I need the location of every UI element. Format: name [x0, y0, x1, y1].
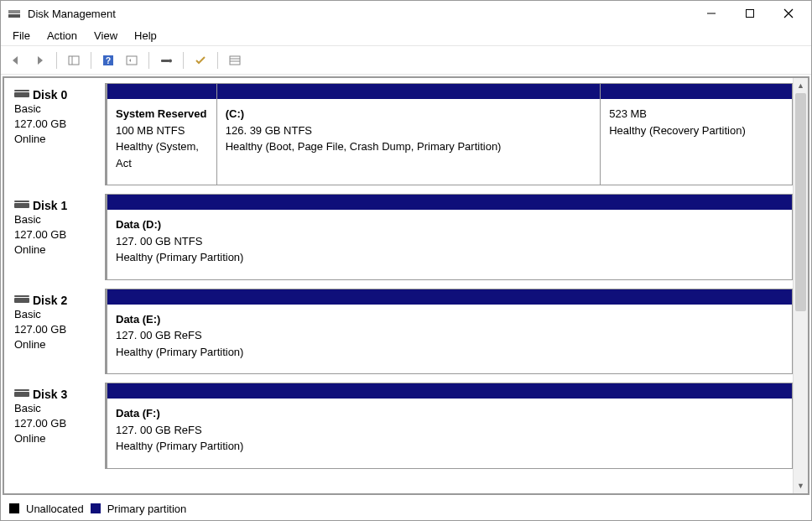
- volume-status: Healthy (Primary Partition): [116, 438, 783, 455]
- toolbar-separator: [91, 52, 91, 69]
- volume-header-bar: [107, 289, 792, 305]
- disk-name: Disk 3: [33, 388, 67, 401]
- volume-size: 127. 00 GB ReFS: [116, 327, 783, 344]
- disk-icon: [14, 203, 29, 208]
- disk-info-panel[interactable]: Disk 3Basic127.00 GBOnline: [8, 383, 107, 469]
- legend-swatch-primary: [91, 503, 101, 513]
- volume-status: Healthy (Primary Partition): [116, 249, 783, 266]
- toolbar: ?: [1, 46, 811, 75]
- legend-swatch-unallocated: [9, 503, 19, 513]
- disk-row: Disk 0Basic127.00 GBOnlineSystem Reserve…: [8, 83, 793, 185]
- back-button[interactable]: [6, 50, 26, 70]
- volumes-container: System Reserved100 MB NTFSHealthy (Syste…: [107, 83, 793, 185]
- volume-body: System Reserved100 MB NTFSHealthy (Syste…: [107, 99, 216, 185]
- list-button[interactable]: [225, 50, 245, 70]
- volumes-container: Data (F:)127. 00 GB ReFSHealthy (Primary…: [107, 383, 793, 469]
- volume-size: 127. 00 GB NTFS: [116, 233, 783, 250]
- volume-name: System Reserved: [116, 106, 208, 122]
- volume-body: Data (E:)127. 00 GB ReFSHealthy (Primary…: [107, 305, 792, 374]
- forward-button[interactable]: [29, 50, 49, 70]
- svg-point-12: [169, 59, 172, 62]
- disk-status: Online: [14, 242, 98, 258]
- disk-info-panel[interactable]: Disk 1Basic127.00 GBOnline: [8, 194, 107, 280]
- volume-size: 127. 00 GB ReFS: [116, 422, 783, 439]
- svg-rect-0: [8, 10, 20, 13]
- volume-body: 523 MBHealthy (Recovery Partition): [601, 99, 792, 152]
- disk-info-panel[interactable]: Disk 2Basic127.00 GBOnline: [8, 289, 107, 375]
- svg-rect-6: [69, 56, 79, 65]
- disk-graphical-view: Disk 0Basic127.00 GBOnlineSystem Reserve…: [4, 78, 793, 493]
- volume-status: Healthy (System, Act: [116, 138, 208, 171]
- menu-file[interactable]: File: [4, 28, 39, 44]
- disk-status: Online: [14, 132, 98, 147]
- disk-management-window: Disk Management File Action View Help ? …: [0, 0, 812, 521]
- minimize-button[interactable]: [692, 1, 731, 26]
- volume-name: Data (D:): [116, 216, 783, 233]
- volume-size: 523 MB: [609, 106, 783, 122]
- app-icon: [8, 7, 21, 20]
- menu-action[interactable]: Action: [39, 28, 86, 44]
- volume-status: Healthy (Boot, Page File, Crash Dump, Pr…: [226, 138, 592, 155]
- volume-header-bar: [107, 383, 792, 399]
- volume-name: Data (E:): [116, 311, 783, 328]
- scroll-down-icon[interactable]: ▼: [794, 478, 808, 493]
- refresh-button[interactable]: [122, 50, 142, 70]
- svg-text:?: ?: [106, 56, 111, 65]
- disk-type: Basic: [14, 401, 98, 416]
- window-title: Disk Management: [28, 8, 692, 20]
- volume-header-bar: [601, 84, 792, 99]
- legend: Unallocated Primary partition: [1, 497, 811, 520]
- toolbar-separator: [148, 52, 149, 69]
- vertical-scrollbar[interactable]: ▲ ▼: [793, 78, 808, 493]
- disk-type: Basic: [14, 307, 98, 322]
- volume[interactable]: Data (D:)127. 00 GB NTFSHealthy (Primary…: [107, 195, 792, 279]
- disk-row: Disk 3Basic127.00 GBOnlineData (F:)127. …: [8, 383, 793, 469]
- legend-label-unallocated: Unallocated: [26, 503, 84, 515]
- volume[interactable]: 523 MBHealthy (Recovery Partition): [600, 84, 792, 185]
- menu-view[interactable]: View: [86, 28, 126, 44]
- disk-size: 127.00 GB: [14, 322, 98, 337]
- scrollbar-thumb[interactable]: [795, 93, 806, 311]
- disk-status: Online: [14, 337, 98, 352]
- show-hide-button[interactable]: [64, 50, 84, 70]
- disk-row: Disk 1Basic127.00 GBOnlineData (D:)127. …: [8, 194, 793, 280]
- volume[interactable]: Data (E:)127. 00 GB ReFSHealthy (Primary…: [107, 289, 792, 374]
- svg-rect-13: [230, 56, 240, 65]
- disk-size: 127.00 GB: [14, 416, 98, 431]
- svg-rect-10: [127, 56, 137, 65]
- toolbar-separator: [183, 52, 184, 69]
- content-area: Disk 0Basic127.00 GBOnlineSystem Reserve…: [3, 76, 809, 495]
- volumes-container: Data (D:)127. 00 GB NTFSHealthy (Primary…: [107, 194, 793, 280]
- volume-body: Data (F:)127. 00 GB ReFSHealthy (Primary…: [107, 399, 792, 468]
- svg-rect-3: [747, 10, 754, 18]
- volume-body: (C:)126. 39 GB NTFSHealthy (Boot, Page F…: [217, 99, 601, 169]
- help-button[interactable]: ?: [98, 50, 118, 70]
- volume-name: (C:): [226, 106, 592, 122]
- disk-name: Disk 1: [33, 199, 67, 212]
- menu-help[interactable]: Help: [126, 28, 165, 44]
- disk-row: Disk 2Basic127.00 GBOnlineData (E:)127. …: [8, 289, 793, 375]
- legend-label-primary: Primary partition: [107, 503, 187, 515]
- volume-body: Data (D:)127. 00 GB NTFSHealthy (Primary…: [107, 210, 792, 279]
- volume[interactable]: System Reserved100 MB NTFSHealthy (Syste…: [107, 84, 216, 185]
- checkmark-button[interactable]: [190, 50, 211, 70]
- disk-icon: [14, 92, 29, 97]
- volume-size: 126. 39 GB NTFS: [226, 122, 592, 139]
- disk-name: Disk 2: [33, 294, 67, 307]
- volume-size: 100 MB NTFS: [116, 122, 208, 139]
- volume-name: Data (F:): [116, 405, 783, 422]
- close-button[interactable]: [769, 1, 808, 26]
- svg-rect-1: [8, 14, 20, 18]
- disk-info-panel[interactable]: Disk 0Basic127.00 GBOnline: [8, 83, 107, 185]
- volume[interactable]: Data (F:)127. 00 GB ReFSHealthy (Primary…: [107, 383, 792, 468]
- titlebar: Disk Management: [1, 1, 811, 26]
- scroll-up-icon[interactable]: ▲: [794, 78, 808, 93]
- volume-status: Healthy (Primary Partition): [116, 344, 783, 361]
- disk-name: Disk 0: [33, 88, 67, 102]
- volumes-container: Data (E:)127. 00 GB ReFSHealthy (Primary…: [107, 289, 793, 375]
- volume[interactable]: (C:)126. 39 GB NTFSHealthy (Boot, Page F…: [216, 84, 601, 185]
- menubar: File Action View Help: [1, 26, 811, 46]
- disk-status: Online: [14, 431, 98, 446]
- properties-button[interactable]: [156, 50, 176, 70]
- maximize-button[interactable]: [731, 1, 769, 26]
